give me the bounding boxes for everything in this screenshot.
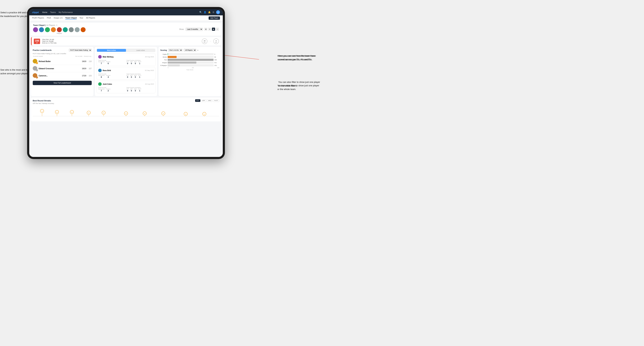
svg-text:6x: 6x: [71, 112, 72, 113]
rounds-row-2: Tournament 8 Practice 4: [98, 75, 126, 78]
tab-all-players[interactable]: All Players: [86, 17, 95, 19]
rank-badge-2: 2: [36, 69, 38, 71]
practice-stat-1: Practice 6: [106, 61, 110, 64]
chart-bar-container-birdies: [168, 56, 214, 58]
streak-btn-putt[interactable]: PUTT: [213, 99, 219, 102]
main-content[interactable]: Team Clippd | 14 Players ✏ P: [29, 21, 223, 157]
player-avatar-7[interactable]: [69, 27, 74, 32]
practice-leaderboards-header: Practice Leaderboards PUTT Must Make Put…: [33, 49, 92, 52]
app-stat-1: APP 0: [130, 61, 133, 64]
tab-least-active[interactable]: Least Active: [126, 49, 155, 52]
view-card-icon[interactable]: ▦: [212, 28, 215, 31]
svg-text:6x: 6x: [56, 112, 58, 113]
show-period-select[interactable]: Last 3 months Last 6 months Last 12 mont…: [186, 28, 203, 31]
player-avatar-4[interactable]: [51, 27, 56, 32]
activity-stats-2: Total Rounds Tournament 8 Practice 4: [98, 73, 154, 78]
edit-icon[interactable]: ✏: [56, 24, 58, 26]
chart-value-dbogeys: 131: [214, 65, 219, 66]
nav-teams[interactable]: Teams: [50, 11, 56, 13]
player-avatar-3[interactable]: [45, 27, 50, 32]
player-avatar-8[interactable]: [75, 27, 80, 32]
rounds-row-1: Tournament 7 Practice 6: [98, 61, 126, 64]
subnav: PGAT Players PGA Hcaps 1-5 Team Clippd T…: [29, 15, 223, 21]
annotation-bottom-left: See who is the most and leastactive amon…: [0, 68, 30, 75]
player-avatar-6[interactable]: [63, 27, 68, 32]
activity-player-name-3: Josh Coles: [103, 83, 144, 85]
tab-hcaps[interactable]: Hcaps 1-5: [54, 17, 62, 19]
lb-rank-avatar-1: 1: [33, 59, 38, 64]
leaderboard-row-2[interactable]: 2 Edward Crossman 18/20 107: [33, 65, 92, 72]
chart-footer: Total Shots: [160, 69, 219, 71]
shot-circle-1-unit: yds: [204, 42, 206, 43]
x-label-400: 400: [217, 67, 219, 68]
streak-btn-arg[interactable]: ARG: [207, 99, 212, 102]
activity-stats-3: Total Rounds Tournament 7 Practice 2: [98, 87, 154, 92]
activity-card-1: Blair McHarg 26 Aug 2023 Total Rounds To…: [96, 53, 156, 66]
svg-text:4x: 4x: [125, 113, 127, 114]
ott-val-2: 0: [126, 76, 129, 78]
player-avatar-1[interactable]: [33, 27, 38, 32]
ott-val-3: 0: [126, 90, 129, 92]
streaks-buttons: OTT APP ARG PUTT: [195, 99, 219, 102]
chart-value-bogeys: 311: [214, 62, 219, 63]
shot-circle-1: 16 yds: [202, 38, 208, 44]
tab-tour[interactable]: Tour: [80, 17, 83, 19]
search-icon[interactable]: 🔍: [199, 11, 202, 13]
x-label-0: 0: [168, 67, 168, 68]
drill-select[interactable]: PUTT Must Make Putting: [69, 49, 92, 52]
view-grid-icon[interactable]: ⊞: [204, 28, 208, 31]
streak-btn-app[interactable]: APP: [201, 99, 206, 102]
annotation-right-1: Here you can see how the team have score…: [278, 54, 320, 61]
putt-stat-3: PUTT 1: [138, 88, 141, 92]
ott-label-1: OTT: [126, 61, 129, 62]
lb-name-3: Cameron...: [39, 75, 81, 77]
bell-icon[interactable]: 🔔: [208, 11, 211, 13]
view-list-icon[interactable]: ≡: [208, 28, 211, 31]
activity-card-header-3: Josh Coles 26 Aug 2023: [98, 82, 154, 86]
ott-stat-1: OTT 0: [126, 61, 129, 64]
player-avatar-9[interactable]: [81, 27, 86, 32]
arg-stat-2: ARG 0: [134, 75, 137, 78]
practice-leaderboards-panel: Practice Leaderboards PUTT Must Make Put…: [31, 47, 94, 96]
leaderboard-row-3[interactable]: 3 Cameron... 17/20 103: [33, 72, 92, 79]
player-avatar-2[interactable]: [39, 27, 44, 32]
nav-my-performance[interactable]: My Performance: [58, 11, 73, 13]
tab-pgat-players[interactable]: PGAT Players: [32, 17, 44, 19]
practice-activities-group-2: Total Practice Activities OTT 0 APP 0: [126, 73, 154, 78]
scoring-player-filter[interactable]: All Players: [184, 49, 196, 52]
chart-label-birdies: Birdies: [160, 56, 167, 58]
view-full-leaderboard-button[interactable]: View Full Leaderboard: [33, 81, 92, 85]
user-avatar[interactable]: U▾: [216, 10, 220, 14]
shot-dist-badge: 198 yd: [34, 39, 40, 44]
lb-rank-avatar-2: 2: [33, 66, 38, 71]
tab-most-active[interactable]: Most Active: [97, 49, 126, 52]
activity-card-2: Rees Britt 02 Sep 2023 Total Rounds Tour…: [96, 67, 156, 80]
view-icons: ⊞ ≡ ▦ ↕: [204, 28, 219, 31]
chart-bar-container-dbogeys: [168, 64, 214, 66]
streak-btn-ott[interactable]: OTT: [195, 99, 200, 102]
view-sort-icon[interactable]: ↕: [216, 28, 219, 31]
nav-home[interactable]: Home: [42, 11, 47, 13]
svg-text:4x: 4x: [144, 113, 146, 114]
add-team-button[interactable]: Add Team: [208, 16, 220, 20]
leaderboard-row-1[interactable]: 1 Richard Butler 19/20 110: [33, 58, 92, 65]
tab-pga[interactable]: PGA: [47, 17, 51, 19]
lb-rank-avatar-3: 3: [33, 73, 38, 78]
activity-tabs: Most Active Least Active: [96, 49, 156, 52]
activity-player-name-1: Blair McHarg: [103, 56, 144, 58]
settings-icon[interactable]: ⚙: [212, 11, 214, 13]
streaks-subtitle: Off The Tee, Fairway Accuracy: [33, 103, 219, 104]
tab-team-clippd[interactable]: Team Clippd: [65, 17, 77, 19]
chart-value-eagles: 3: [214, 53, 219, 55]
putt-label-3: PUTT: [138, 88, 141, 90]
scoring-par-filter[interactable]: Par 3, 4 & 5s: [168, 49, 182, 52]
activity-avatar-2: [98, 69, 102, 72]
total-rounds-label-2: Total Rounds: [98, 73, 126, 75]
player-avatar-5[interactable]: [57, 27, 62, 32]
scoring-title: Scoring: [160, 49, 167, 51]
practice-stat-2: Practice 4: [106, 75, 110, 78]
practice-activities-group-1: Total Practice Activities OTT 0 APP 0: [126, 60, 154, 64]
person-icon[interactable]: 👤: [204, 11, 206, 13]
shot-circles: 16 yds → 0 yds: [202, 38, 219, 44]
scoring-expand-icon[interactable]: ▾: [198, 49, 198, 51]
